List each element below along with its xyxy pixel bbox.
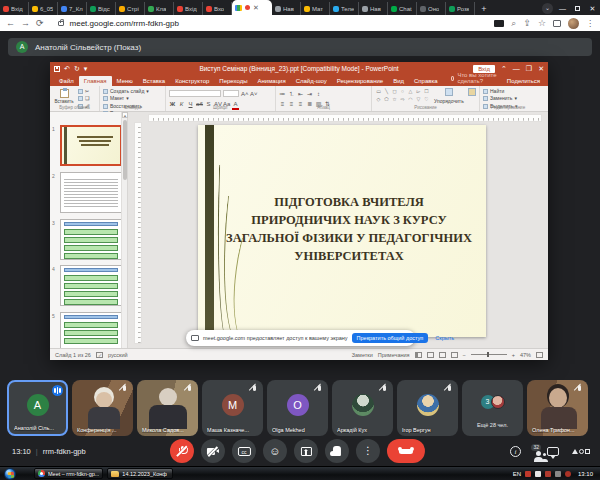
tell-me-assistant[interactable]: Что вы хотите сделать? (451, 72, 499, 86)
replace-button[interactable]: Заменить ▾ (483, 95, 533, 102)
taskbar-button-chrome[interactable]: Meet – rrm-fdkn-gp... (34, 468, 103, 479)
more-options-button[interactable]: ⋮ (356, 439, 380, 463)
tray-icon[interactable] (555, 471, 561, 477)
font-size-combobox[interactable] (223, 90, 239, 97)
hide-notice-button[interactable]: Скрыть (432, 333, 457, 343)
ribbon-tab-view[interactable]: Вид (388, 76, 409, 86)
browser-tab[interactable]: Нав (272, 2, 301, 15)
slide-sorter-view-icon[interactable] (427, 352, 434, 358)
participant-tile[interactable]: A Анатолій Сіль... (7, 380, 68, 436)
browser-tab[interactable]: Вхід (174, 2, 203, 15)
ribbon-tab-menu[interactable]: Меню (112, 76, 138, 86)
bookmark-star-icon[interactable]: ☆ (538, 18, 546, 28)
browser-menu-icon[interactable]: ⋮ (586, 19, 594, 28)
browser-tab[interactable]: Chat (388, 2, 417, 15)
participant-tile[interactable]: Микола Садов... (137, 380, 198, 436)
ribbon-tab-transitions[interactable]: Переходы (214, 76, 252, 86)
activities-icon[interactable] (572, 449, 590, 454)
quick-access-dropdown-icon[interactable]: ▾ (84, 65, 88, 72)
new-tab-button[interactable]: + (478, 3, 490, 15)
ribbon-tab-animations[interactable]: Анимация (253, 76, 291, 86)
raise-hand-button[interactable] (325, 439, 349, 463)
back-icon[interactable]: ← (6, 19, 15, 28)
fit-to-window-icon[interactable] (536, 352, 543, 358)
indent-decrease-icon[interactable]: ⇤ (297, 90, 304, 98)
start-button[interactable] (4, 468, 16, 480)
window-close-button[interactable]: ✕ (585, 2, 600, 15)
browser-tab[interactable]: Кла (145, 2, 174, 15)
tray-icon[interactable] (545, 471, 551, 477)
captions-button[interactable] (232, 439, 256, 463)
browser-tab[interactable]: Оно (417, 2, 446, 15)
browser-tab[interactable]: Стрі (116, 2, 145, 15)
grow-font-icon[interactable]: A˄ (241, 90, 248, 98)
mic-toggle-button[interactable] (170, 439, 194, 463)
tab-close-icon[interactable]: ✕ (253, 4, 259, 11)
comments-button[interactable]: Примечания (378, 352, 410, 358)
new-slide-button[interactable]: Создать слайд ▾ (103, 88, 162, 95)
profile-avatar[interactable] (568, 18, 579, 29)
more-participants-tile[interactable]: 3 Ещё 28 чел. (462, 380, 523, 436)
language-indicator[interactable]: EN (513, 471, 521, 477)
slide-thumbnail-4[interactable] (60, 265, 122, 306)
redo-icon[interactable]: ↻ (74, 65, 80, 72)
save-icon[interactable] (54, 66, 60, 72)
slide-title-text[interactable]: ПІДГОТОВКА ВЧИТЕЛЯ ПРИРОДНИЧИХ НАУК З КУ… (226, 193, 472, 266)
url-input[interactable]: meet.google.com/rrm-fdkn-gpb (70, 19, 179, 28)
zoom-level[interactable]: 47% (520, 352, 531, 358)
window-minimize-button[interactable]: — (555, 2, 570, 15)
slide-thumbnail-2[interactable] (60, 172, 122, 213)
participant-tile[interactable]: Олена Трифон... (527, 380, 588, 436)
ribbon-display-options-icon[interactable]: ⌃ (501, 65, 507, 72)
slide-thumbnail-3[interactable] (60, 219, 122, 260)
share-icon[interactable]: ⇪ (523, 19, 531, 28)
slideshow-view-icon[interactable] (451, 352, 458, 358)
participant-tile[interactable]: M Маша Казначе... (202, 380, 263, 436)
browser-tab[interactable]: 7_Кл (58, 2, 87, 15)
ribbon-tab-help[interactable]: Справка (409, 76, 443, 86)
copy-button[interactable]: ❏ (78, 95, 90, 102)
reload-icon[interactable]: ⟳ (36, 19, 44, 28)
paste-button[interactable]: Вставить (53, 88, 75, 104)
zoom-slider[interactable] (471, 354, 507, 355)
ribbon-tab-insert[interactable]: Вставка (138, 76, 170, 86)
find-button[interactable]: Найти (483, 88, 533, 95)
undo-icon[interactable]: ↶ (64, 65, 70, 72)
shrink-font-icon[interactable]: A˅ (250, 90, 257, 98)
browser-tab[interactable]: Розк (446, 2, 475, 15)
browser-tab[interactable]: Мат (301, 2, 330, 15)
zoom-out-icon[interactable]: − (463, 352, 466, 358)
indent-increase-icon[interactable]: ⇥ (306, 90, 313, 98)
chat-icon[interactable] (547, 447, 559, 456)
ribbon-tab-design[interactable]: Конструктор (170, 76, 214, 86)
browser-tab[interactable]: Нав (359, 2, 388, 15)
participant-tile[interactable]: Ігор Вергун (397, 380, 458, 436)
ribbon-tab-review[interactable]: Рецензирование (332, 76, 388, 86)
reactions-button[interactable]: ☺ (263, 439, 287, 463)
browser-tab[interactable]: Вхо (203, 2, 232, 15)
normal-view-icon[interactable] (415, 352, 422, 358)
quick-styles-button[interactable] (468, 88, 476, 96)
bullets-icon[interactable]: ≔ (279, 90, 286, 98)
ribbon-tab-file[interactable]: Файл (54, 76, 79, 86)
tab-search-icon[interactable]: ⌄ (542, 3, 553, 14)
zoom-in-icon[interactable]: + (512, 352, 515, 358)
browser-tab[interactable]: Вхід (0, 2, 29, 15)
ribbon-tab-slideshow[interactable]: Слайд-шоу (291, 76, 332, 86)
ppt-restore-button[interactable]: ❒ (526, 65, 532, 72)
participant-tile[interactable]: O Olga Mekhed (267, 380, 328, 436)
browser-tab-active-meet[interactable]: ✕ (232, 0, 272, 15)
side-panel-icon[interactable] (553, 20, 561, 27)
present-screen-button[interactable] (294, 439, 318, 463)
screen-share-indicator-icon[interactable] (494, 20, 504, 27)
leave-call-button[interactable] (387, 439, 425, 463)
ribbon-tab-home[interactable]: Главная (79, 76, 112, 86)
slide-thumbnail-5[interactable] (60, 312, 122, 348)
tray-icon[interactable] (535, 471, 541, 477)
forward-icon[interactable]: → (21, 19, 30, 28)
slide-thumbnail-1[interactable] (60, 125, 122, 166)
reading-view-icon[interactable] (439, 352, 446, 358)
participant-tile[interactable]: Конференція ... (72, 380, 133, 436)
camera-toggle-button[interactable] (201, 439, 225, 463)
ppt-minimize-button[interactable]: — (513, 65, 520, 72)
